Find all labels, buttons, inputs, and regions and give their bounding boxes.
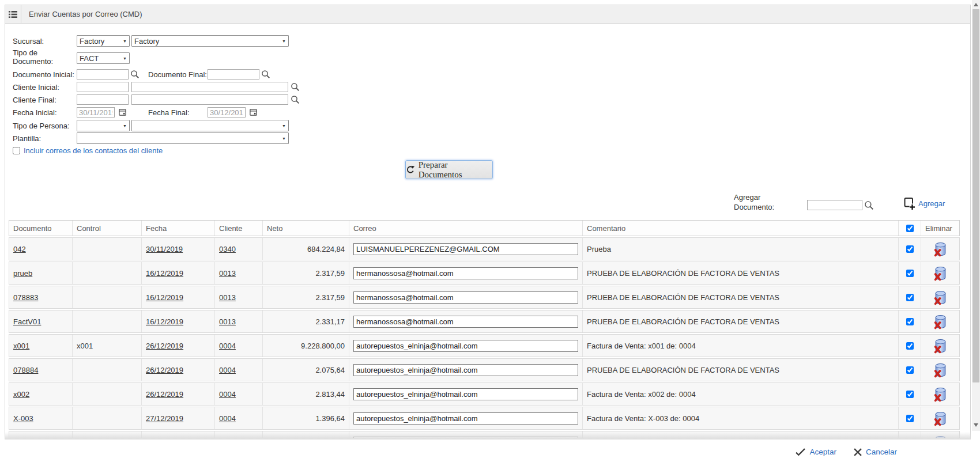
fecha-inicial-input[interactable] [77,107,115,118]
sucursal-name-select[interactable]: Factory ▼ [131,35,289,47]
cliente-link[interactable]: 0013 [219,293,236,302]
delete-row-icon[interactable] [933,387,948,402]
cliente-inicial-name-input[interactable] [131,82,288,92]
delete-row-icon[interactable] [933,338,948,354]
row-checkbox[interactable] [906,391,914,398]
scroll-down-arrow-icon[interactable] [974,423,978,427]
calendar-icon[interactable] [249,108,258,116]
cliente-link[interactable]: 0004 [219,342,236,350]
sucursal-code-select[interactable]: Factory ▼ [77,35,130,47]
search-icon[interactable] [261,70,270,79]
correo-input[interactable] [353,412,578,425]
documento-link[interactable]: 078884 [13,366,38,374]
cliente-link[interactable]: 0004 [219,390,236,399]
comentario-cell: PRUEBA DE ELABORACIÓN DE FACTORA DE VENT… [583,359,899,381]
documento-link[interactable]: X-003 [13,414,33,423]
documento-link[interactable]: x002 [13,390,29,399]
fecha-link[interactable]: 27/12/2019 [146,414,183,423]
calendar-icon[interactable] [118,108,127,116]
control-cell: x001 [73,335,142,357]
search-icon[interactable] [130,70,140,79]
agregar-button-label: Agregar [918,199,945,208]
correo-input[interactable] [353,291,578,304]
agregar-button[interactable]: Agregar [903,196,945,210]
tipo-persona-code-select[interactable]: ▼ [77,120,130,131]
comentario-cell: Prueba [583,238,899,260]
documento-final-input[interactable] [208,69,259,79]
cliente-link[interactable]: 0004 [219,366,236,374]
cliente-link[interactable]: 0013 [219,269,236,278]
documento-link[interactable]: 078883 [13,293,38,302]
row-checkbox[interactable] [906,318,914,325]
cliente-link[interactable]: 0340 [219,245,236,253]
scrollbar-thumb[interactable] [973,9,979,382]
documento-link[interactable]: x001 [13,342,29,350]
table-body: 042 30/11/2019 0340 684.224,84 Prueba [9,237,960,438]
table-row: X-003 27/12/2019 0004 1.396,64 Factura d… [9,407,960,430]
comentario-cell: Factura de Venta: x001 de: 0004 [583,335,899,357]
cancelar-button[interactable]: Cancelar [854,448,897,456]
agregar-documento-input[interactable] [807,200,862,210]
row-checkbox[interactable] [906,294,914,301]
delete-row-icon[interactable] [933,411,948,426]
cliente-final-code-input[interactable] [77,94,129,105]
tipo-documento-value: FACT [80,54,99,63]
row-checkbox[interactable] [906,245,914,253]
chevron-down-icon: ▼ [282,124,286,128]
search-icon[interactable] [291,95,300,104]
documento-link[interactable]: FactV01 [13,317,41,326]
tipo-persona-name-select[interactable]: ▼ [131,120,289,131]
delete-row-icon[interactable] [933,241,948,257]
correo-input[interactable] [353,267,578,279]
aceptar-button[interactable]: Aceptar [796,448,836,456]
delete-row-icon[interactable] [933,290,948,305]
control-cell [73,238,142,260]
header-control: Control [73,221,142,236]
tipo-documento-select[interactable]: FACT ▼ [77,52,130,64]
x-icon [854,448,862,456]
search-icon[interactable] [291,82,300,92]
incluir-contactos-checkbox[interactable] [13,147,20,154]
fecha-link[interactable]: 16/12/2019 [146,317,183,326]
plantilla-select[interactable]: ▼ [77,132,289,144]
main-panel: Enviar Cuentas por Correo (CMD) Sucursal… [5,5,971,439]
delete-row-icon[interactable] [933,362,948,378]
select-all-checkbox[interactable] [906,225,914,232]
correo-input[interactable] [353,364,578,376]
delete-row-icon[interactable] [933,314,948,329]
scroll-up-arrow-icon[interactable] [974,3,978,6]
correo-input[interactable] [353,388,578,400]
documento-link[interactable]: prueb [13,269,32,278]
cliente-link[interactable]: 0013 [219,317,236,326]
vertical-scrollbar[interactable] [972,0,980,431]
header-neto: Neto [263,221,349,236]
documento-inicial-input[interactable] [77,69,129,79]
correo-input[interactable] [353,243,578,255]
sucursal-code-value: Factory [80,37,104,46]
fecha-link[interactable]: 16/12/2019 [146,269,183,278]
search-icon[interactable] [864,200,874,210]
fecha-link[interactable]: 30/11/2019 [146,245,183,253]
row-checkbox[interactable] [906,342,914,350]
cliente-final-name-input[interactable] [131,94,288,105]
fecha-link[interactable]: 16/12/2019 [146,293,183,302]
delete-row-icon[interactable] [933,266,948,281]
correo-input[interactable] [353,316,578,328]
fecha-link[interactable]: 26/12/2019 [146,390,183,399]
preparar-documentos-button[interactable]: Preparar Documentos [405,160,493,179]
documento-inicial-label: Documento Inicial: [13,70,74,79]
row-checkbox[interactable] [906,415,914,422]
documento-link[interactable]: 042 [13,245,26,253]
plantilla-label: Plantilla: [13,134,41,143]
cliente-inicial-label: Cliente Inicial: [13,83,59,92]
cliente-inicial-code-input[interactable] [77,82,129,92]
row-checkbox[interactable] [906,270,914,277]
menu-button[interactable] [5,5,21,23]
fecha-link[interactable]: 26/12/2019 [146,366,183,374]
control-cell [73,310,142,332]
correo-input[interactable] [353,340,578,352]
fecha-link[interactable]: 26/12/2019 [146,342,183,350]
row-checkbox[interactable] [906,366,914,374]
cliente-link[interactable]: 0004 [219,414,236,423]
fecha-final-input[interactable] [208,107,246,118]
